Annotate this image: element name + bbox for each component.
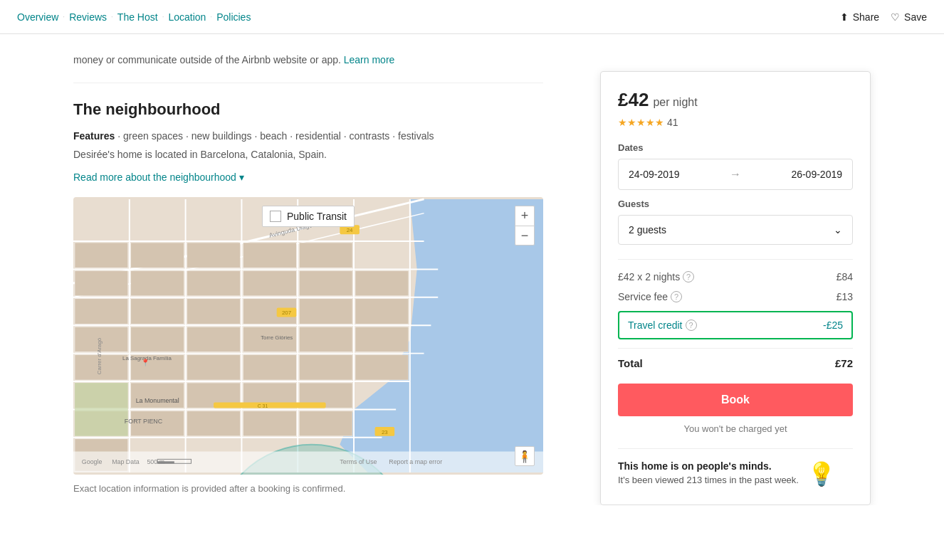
features-dot: · <box>117 130 123 142</box>
star-rating: ★★★★★ <box>618 117 664 128</box>
zoom-out-button[interactable]: − <box>515 226 535 245</box>
nav-dot-2: · <box>111 13 113 21</box>
dates-row[interactable]: 24-09-2019 → 26-09-2019 <box>618 159 853 190</box>
svg-text:23: 23 <box>382 429 388 435</box>
warning-text: money or communicate outside of the Airb… <box>73 54 341 65</box>
street-view-button[interactable]: 🧍 <box>515 446 535 466</box>
svg-rect-34 <box>131 383 184 408</box>
minds-section: This home is on people's minds. It's bee… <box>618 448 853 487</box>
svg-rect-46 <box>299 411 352 435</box>
share-label: Share <box>853 11 879 23</box>
svg-rect-42 <box>299 299 352 324</box>
price-breakdown: £42 x 2 nights ? £84 Service fee ? £13 T… <box>618 259 853 369</box>
dates-label: Dates <box>618 142 853 153</box>
zoom-in-button[interactable]: + <box>515 206 535 226</box>
svg-rect-81 <box>157 461 174 463</box>
service-amount: £13 <box>837 291 853 302</box>
nav-dot-3: · <box>162 13 164 21</box>
chevron-down-icon: ⌄ <box>834 224 842 236</box>
transit-checkbox <box>270 211 281 222</box>
svg-rect-51 <box>75 243 128 268</box>
minds-title: This home is on people's minds. <box>618 460 799 472</box>
svg-rect-50 <box>355 355 409 380</box>
minds-desc: It's been viewed 213 times in the past w… <box>618 475 799 485</box>
check-in-date: 24-09-2019 <box>629 169 680 180</box>
right-column: £42 per night ★★★★★ 41 Dates 24-09-2019 … <box>600 43 871 505</box>
nav-overview[interactable]: Overview <box>17 11 58 23</box>
guests-select[interactable]: 2 guests ⌄ <box>618 215 853 245</box>
left-column: money or communicate outside of the Airb… <box>73 43 543 505</box>
svg-rect-19 <box>131 243 184 268</box>
map-container[interactable]: Avinguda Diagonal <box>73 197 543 475</box>
svg-text:La Monumental: La Monumental <box>136 397 179 404</box>
svg-rect-38 <box>187 411 241 435</box>
svg-text:Google: Google <box>82 458 103 465</box>
nav-reviews[interactable]: Reviews <box>69 11 107 23</box>
share-icon: ⬆ <box>840 11 849 23</box>
guests-label: Guests <box>618 199 853 209</box>
features-text: Features · green spaces · new buildings … <box>73 130 543 142</box>
nav-location[interactable]: Location <box>168 11 206 23</box>
svg-rect-47 <box>355 270 409 295</box>
svg-text:📍: 📍 <box>141 358 150 367</box>
learn-more-link[interactable]: Learn more <box>344 54 395 65</box>
total-amount: £72 <box>835 357 853 369</box>
check-out-date: 26-09-2019 <box>791 169 842 180</box>
map-background: Avinguda Diagonal <box>73 197 543 475</box>
svg-rect-43 <box>299 327 352 352</box>
read-more-text: Read more about the neighbourhood <box>73 171 236 183</box>
svg-rect-28 <box>131 327 184 352</box>
nav-dot-4: · <box>210 13 212 21</box>
transit-label: Public Transit <box>287 211 347 222</box>
date-arrow-icon: → <box>687 168 785 181</box>
svg-rect-21 <box>243 243 296 268</box>
svg-rect-24 <box>243 270 296 295</box>
svg-rect-41 <box>299 270 352 295</box>
heart-icon: ♡ <box>891 11 900 23</box>
save-button[interactable]: ♡ Save <box>891 11 927 23</box>
svg-rect-59 <box>75 383 128 436</box>
nav-dot-1: · <box>63 13 65 21</box>
svg-rect-33 <box>243 355 296 380</box>
warning-section: money or communicate outside of the Airb… <box>73 43 543 83</box>
no-charge-text: You won't be charged yet <box>618 423 853 434</box>
svg-rect-29 <box>187 327 241 352</box>
features-label: Features <box>73 130 115 142</box>
svg-text:Map Data: Map Data <box>112 458 139 465</box>
nights-amount: £84 <box>837 271 853 282</box>
svg-rect-76 <box>73 452 543 473</box>
review-count: 41 <box>667 117 678 128</box>
credit-help-icon[interactable]: ? <box>686 319 697 331</box>
nav-the-host[interactable]: The Host <box>117 11 158 23</box>
nights-help-icon[interactable]: ? <box>683 271 694 282</box>
book-button[interactable]: Book <box>618 384 853 416</box>
service-line: Service fee ? £13 <box>618 291 853 302</box>
svg-rect-60 <box>214 403 326 408</box>
svg-rect-39 <box>243 411 296 435</box>
nights-line: £42 x 2 nights ? £84 <box>618 271 853 282</box>
read-more-link[interactable]: Read more about the neighbourhood ▾ <box>73 171 244 183</box>
svg-rect-53 <box>75 299 128 324</box>
nav-links: Overview · Reviews · The Host · Location… <box>17 11 251 23</box>
save-label: Save <box>904 11 927 23</box>
travel-credit-label: Travel credit ? <box>628 319 697 331</box>
svg-text:Torre Glòries: Torre Glòries <box>261 334 293 341</box>
travel-credit-row: Travel credit ? -£25 <box>618 311 853 339</box>
service-help-icon[interactable]: ? <box>671 291 682 302</box>
transit-toggle[interactable]: Public Transit <box>262 206 355 227</box>
service-label: Service fee ? <box>618 291 682 302</box>
nights-label: £42 x 2 nights ? <box>618 271 694 282</box>
svg-text:Report a map error: Report a map error <box>389 458 442 465</box>
nav-policies[interactable]: Policies <box>216 11 251 23</box>
total-row: Total £72 <box>618 348 853 369</box>
chevron-down-icon: ▾ <box>239 171 244 183</box>
share-button[interactable]: ⬆ Share <box>840 11 879 23</box>
exact-location-text: Exact location information is provided a… <box>73 483 543 494</box>
svg-rect-52 <box>75 270 128 295</box>
minds-text: This home is on people's minds. It's bee… <box>618 460 799 485</box>
guests-value: 2 guests <box>629 224 666 236</box>
svg-text:Terms of Use: Terms of Use <box>340 458 377 465</box>
svg-rect-22 <box>131 270 184 295</box>
stars-row: ★★★★★ 41 <box>618 117 853 128</box>
location-text: Desirée's home is located in Barcelona, … <box>73 149 543 160</box>
